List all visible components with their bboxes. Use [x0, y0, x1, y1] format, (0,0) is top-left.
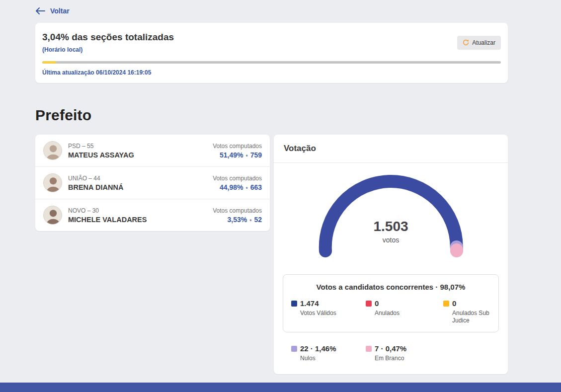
- gauge-unit-label: votos: [312, 236, 471, 244]
- totalization-card: 3,04% das seções totalizadas (Horário lo…: [35, 23, 508, 83]
- legend-item-anulados: 0 Anulados: [366, 299, 443, 324]
- legend-item-nulos: 22 · 1,46% Nulos: [291, 344, 366, 362]
- legend-item-votos-validos: 1.474 Votos Válidos: [291, 299, 366, 324]
- votes-computed-label: Votos computados: [213, 175, 262, 182]
- concurrent-votes-box: Votos a candidatos concorrentes · 98,07%…: [283, 274, 499, 332]
- candidates-card: PSD – 55 MATEUS ASSAYAG Votos computados…: [35, 135, 270, 231]
- progress-bar: [42, 61, 501, 64]
- legend-swatch-votos-validos: [291, 301, 297, 307]
- totalization-subtitle: (Horário local): [42, 46, 174, 53]
- legend-swatch-em-branco: [366, 346, 372, 352]
- candidate-votes: 663: [250, 183, 262, 191]
- candidate-party: UNIÃO – 44: [68, 175, 123, 182]
- candidate-votes: 52: [254, 216, 262, 224]
- candidate-name: MATEUS ASSAYAG: [68, 151, 134, 159]
- votes-gauge: 1.503 votos: [312, 174, 471, 258]
- last-update-text: Última atualização 06/10/2024 16:19:05: [42, 69, 501, 76]
- candidate-avatar: [43, 141, 62, 160]
- votes-computed-label: Votos computados: [213, 207, 262, 214]
- candidate-name: BRENA DIANNÁ: [68, 183, 123, 191]
- bullet-separator: •: [243, 152, 250, 159]
- candidate-avatar: [43, 173, 62, 192]
- refresh-button-label: Atualizar: [472, 39, 495, 46]
- candidate-percent: 3,53%: [228, 216, 247, 224]
- votacao-card: Votação 1.503 votos Votos a candidatos c…: [274, 135, 508, 374]
- refresh-button[interactable]: Atualizar: [457, 36, 501, 50]
- legend-swatch-anulados-sub-judice: [443, 301, 449, 307]
- candidate-party: NOVO – 30: [68, 207, 147, 214]
- votes-computed-label: Votos computados: [213, 143, 262, 150]
- gauge-total-value: 1.503: [312, 219, 471, 235]
- footer-bar: [0, 383, 561, 392]
- candidate-row[interactable]: PSD – 55 MATEUS ASSAYAG Votos computados…: [35, 135, 270, 167]
- candidate-party: PSD – 55: [68, 143, 134, 150]
- candidate-percent: 44,98%: [220, 183, 243, 191]
- progress-fill: [42, 61, 56, 64]
- legend-swatch-anulados: [366, 301, 372, 307]
- legend-swatch-nulos: [291, 346, 297, 352]
- candidate-percent: 51,49%: [220, 151, 243, 159]
- totalization-title: 3,04% das seções totalizadas: [42, 32, 174, 43]
- bullet-separator: •: [247, 217, 254, 224]
- candidate-votes: 759: [250, 151, 262, 159]
- refresh-icon: [463, 39, 469, 46]
- candidate-name: MICHELE VALADARES: [68, 216, 147, 224]
- legend-item-anulados-sub-judice: 0 Anulados Sub Judice: [443, 299, 490, 324]
- candidate-avatar: [43, 206, 62, 225]
- back-link[interactable]: Voltar: [35, 7, 70, 15]
- legend-item-em-branco: 7 · 0,47% Em Branco: [366, 344, 443, 362]
- back-arrow-icon: [35, 7, 45, 14]
- page-title: Prefeito: [35, 107, 508, 124]
- bullet-separator: •: [243, 184, 250, 191]
- gauge-chart: [312, 174, 471, 258]
- candidate-row[interactable]: UNIÃO – 44 BRENA DIANNÁ Votos computados…: [35, 167, 270, 199]
- page: Voltar 3,04% das seções totalizadas (Hor…: [0, 0, 561, 374]
- back-link-label: Voltar: [50, 7, 70, 15]
- candidate-row[interactable]: NOVO – 30 MICHELE VALADARES Votos comput…: [35, 199, 270, 231]
- concurrent-votes-title: Votos a candidatos concorrentes · 98,07%: [291, 283, 490, 291]
- votacao-title: Votação: [274, 135, 508, 163]
